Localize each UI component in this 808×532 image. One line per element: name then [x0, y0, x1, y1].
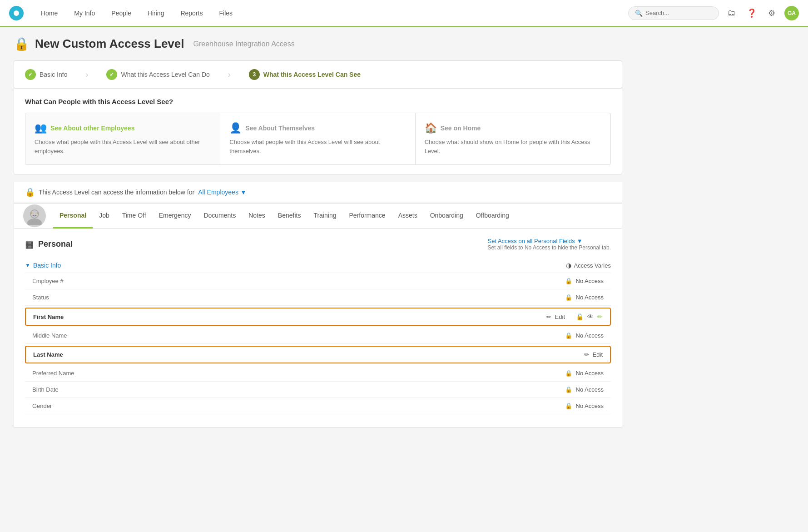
- field-access-status: 🔒 No Access: [565, 294, 604, 301]
- search-icon: 🔍: [635, 10, 643, 17]
- see-card: What Can People with this Access Level S…: [14, 89, 622, 174]
- personal-section: ▦ Personal Set Access on all Personal Fi…: [14, 229, 622, 427]
- field-action-eye-first-name[interactable]: 👁: [587, 313, 594, 320]
- field-access-actions-first-name: 🔒 👁 ✏: [576, 313, 603, 320]
- step-divider-1: ›: [85, 70, 88, 80]
- step-1-circle: ✓: [25, 69, 36, 80]
- nav-home[interactable]: Home: [33, 0, 66, 27]
- personal-header: ▦ Personal Set Access on all Personal Fi…: [25, 238, 611, 251]
- see-option-home[interactable]: 🏠 See on Home Choose what should show on…: [416, 113, 610, 164]
- field-row-birth-date: Birth Date 🔒 No Access: [25, 382, 611, 398]
- field-row-status: Status 🔒 No Access: [25, 289, 611, 306]
- page-subtitle: Greenhouse Integration Access: [193, 40, 295, 48]
- wizard-steps: ✓ Basic Info › ✓ What this Access Level …: [14, 60, 622, 89]
- tab-offboarding[interactable]: Offboarding: [470, 204, 516, 229]
- svg-rect-7: [37, 212, 38, 214]
- field-name-preferred-name: Preferred Name: [32, 370, 74, 377]
- set-access-link[interactable]: Set Access on all Personal Fields ▼: [488, 238, 611, 244]
- tab-performance[interactable]: Performance: [342, 204, 392, 229]
- field-name-last-name: Last Name: [33, 351, 63, 358]
- basic-info-access: ◑ Access Varies: [566, 262, 611, 269]
- field-access-birth-date: 🔒 No Access: [565, 386, 604, 393]
- field-access-label-status: No Access: [576, 294, 604, 301]
- see-option-themselves[interactable]: 👤 See About Themselves Choose what peopl…: [220, 113, 415, 164]
- access-bar-link[interactable]: All Employees ▼: [198, 189, 247, 196]
- basic-info-group: ▼ Basic Info ◑ Access Varies Employee # …: [25, 258, 611, 414]
- field-access-label-last-name: Edit: [593, 351, 603, 358]
- personal-section-icon: ▦: [25, 239, 34, 250]
- step-1[interactable]: ✓ Basic Info: [25, 69, 67, 80]
- field-access-last-name: ✏ Edit: [584, 351, 603, 358]
- see-option-themselves-title: See About Themselves: [245, 124, 315, 132]
- access-varies-icon: ◑: [566, 262, 571, 269]
- step-3[interactable]: 3 What this Access Level Can See: [249, 69, 361, 80]
- tab-emergency[interactable]: Emergency: [153, 204, 198, 229]
- tab-job[interactable]: Job: [93, 204, 116, 229]
- set-access-chevron: ▼: [577, 238, 583, 244]
- field-access-employee-num: 🔒 No Access: [565, 278, 604, 284]
- field-row-middle-name: Middle Name 🔒 No Access: [25, 328, 611, 344]
- svg-rect-5: [32, 211, 37, 214]
- tab-training[interactable]: Training: [307, 204, 342, 229]
- field-lock-status: 🔒: [565, 294, 572, 301]
- field-access-label-birth-date: No Access: [576, 386, 604, 393]
- tab-personal[interactable]: Personal: [53, 204, 93, 229]
- employee-avatar: [23, 204, 46, 227]
- main-content: 🔒 New Custom Access Level Greenhouse Int…: [0, 27, 636, 437]
- tab-assets[interactable]: Assets: [392, 204, 424, 229]
- step-2-circle: ✓: [106, 69, 117, 80]
- inbox-icon[interactable]: 🗂: [724, 6, 739, 20]
- set-access-label: Set Access on all Personal Fields: [488, 238, 575, 244]
- nav-hiring[interactable]: Hiring: [139, 0, 173, 27]
- nav-right: 🔍 🗂 ❓ ⚙ GA: [628, 6, 799, 20]
- see-option-other-header: 👥 See About other Employees: [35, 122, 211, 134]
- tab-onboarding[interactable]: Onboarding: [424, 204, 470, 229]
- step-divider-2: ›: [228, 70, 231, 80]
- step-3-circle: 3: [249, 69, 260, 80]
- see-option-other-title: See About other Employees: [50, 124, 134, 132]
- tab-time-off[interactable]: Time Off: [116, 204, 153, 229]
- field-name-gender: Gender: [32, 403, 52, 409]
- home-icon: 🏠: [425, 122, 437, 134]
- basic-info-label: Basic Info: [33, 262, 61, 269]
- nav-people[interactable]: People: [103, 0, 139, 27]
- nav-myinfo[interactable]: My Info: [66, 0, 103, 27]
- access-bar-dropdown-icon: ▼: [240, 189, 247, 196]
- see-option-other-desc: Choose what people with this Access Leve…: [35, 138, 211, 155]
- nav-files[interactable]: Files: [211, 0, 241, 27]
- nav-reports[interactable]: Reports: [172, 0, 211, 27]
- svg-point-1: [27, 219, 42, 225]
- field-action-edit-first-name[interactable]: ✏: [597, 313, 603, 320]
- top-nav: Home My Info People Hiring Reports Files…: [0, 0, 808, 27]
- see-option-themselves-header: 👤 See About Themselves: [229, 122, 406, 134]
- app-logo[interactable]: [9, 6, 24, 20]
- see-option-home-desc: Choose what should show on Home for peop…: [425, 138, 601, 155]
- tab-documents[interactable]: Documents: [197, 204, 242, 229]
- field-access-label-middle-name: No Access: [576, 332, 604, 339]
- field-access-middle-name: 🔒 No Access: [565, 332, 604, 339]
- avatar[interactable]: GA: [784, 6, 799, 20]
- search-input[interactable]: [645, 10, 712, 16]
- field-row-employee-num: Employee # 🔒 No Access: [25, 273, 611, 289]
- field-access-first-name: ✏ Edit 🔒 👁 ✏: [546, 313, 603, 320]
- basic-info-toggle[interactable]: ▼ Basic Info: [25, 262, 61, 269]
- field-access-gender: 🔒 No Access: [565, 403, 604, 409]
- section-question: What Can People with this Access Level S…: [25, 98, 611, 105]
- field-name-status: Status: [32, 294, 49, 301]
- field-row-preferred-name: Preferred Name 🔒 No Access: [25, 365, 611, 382]
- see-card-body: What Can People with this Access Level S…: [14, 89, 622, 174]
- see-option-home-title: See on Home: [441, 124, 481, 132]
- step-3-label: What this Access Level Can See: [263, 71, 361, 78]
- step-2[interactable]: ✓ What this Access Level Can Do: [106, 69, 209, 80]
- see-option-themselves-desc: Choose what people with this Access Leve…: [229, 138, 406, 155]
- person-icon: 👤: [229, 122, 242, 134]
- tab-notes[interactable]: Notes: [242, 204, 272, 229]
- personal-section-label: Personal: [38, 239, 73, 249]
- see-option-other-employees[interactable]: 👥 See About other Employees Choose what …: [25, 113, 220, 164]
- help-icon[interactable]: ❓: [744, 6, 759, 20]
- settings-icon[interactable]: ⚙: [764, 6, 779, 20]
- field-action-lock-first-name[interactable]: 🔒: [576, 313, 584, 320]
- tab-benefits[interactable]: Benefits: [272, 204, 307, 229]
- field-lock-preferred-name: 🔒: [565, 370, 572, 377]
- field-name-middle-name: Middle Name: [32, 332, 67, 339]
